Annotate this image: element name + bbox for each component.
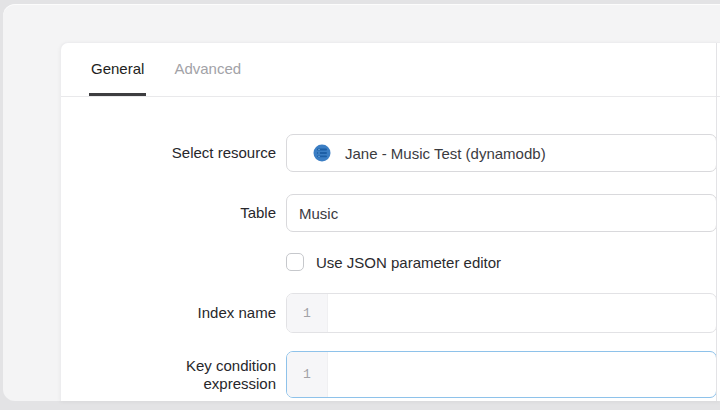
key-condition-expression-row: Key condition expression 1 [61, 351, 720, 398]
table-input-value: Music [299, 205, 338, 222]
card-right-edge-divider [716, 43, 717, 401]
code-editor-content[interactable] [328, 352, 716, 397]
query-editor-card: General Advanced Select resource [60, 42, 720, 401]
form-body: Select resource Jane - Music Test (dynam… [61, 97, 720, 398]
resource-select[interactable]: Jane - Music Test (dynamodb) [286, 134, 717, 172]
line-number-gutter: 1 [287, 352, 328, 397]
resource-select-value: Jane - Music Test (dynamodb) [345, 145, 546, 162]
code-editor-content[interactable] [328, 294, 716, 332]
select-resource-label: Select resource [61, 144, 276, 162]
tab-bar: General Advanced [61, 43, 720, 97]
table-row: Table Music [61, 194, 720, 232]
dynamodb-icon [313, 144, 331, 162]
use-json-parameter-editor-checkbox[interactable] [286, 253, 304, 271]
table-label: Table [61, 204, 276, 222]
table-input[interactable]: Music [286, 194, 717, 232]
index-name-label: Index name [61, 304, 276, 322]
key-condition-expression-label: Key condition expression [61, 357, 276, 393]
index-name-code-editor[interactable]: 1 [286, 293, 717, 333]
index-name-row: Index name 1 [61, 293, 720, 333]
key-condition-expression-code-editor[interactable]: 1 [286, 351, 717, 398]
tab-general[interactable]: General [89, 43, 146, 96]
json-editor-checkbox-row: Use JSON parameter editor [61, 253, 720, 271]
line-number-gutter: 1 [287, 294, 328, 332]
use-json-parameter-editor-label: Use JSON parameter editor [316, 254, 501, 271]
tab-advanced[interactable]: Advanced [172, 43, 243, 96]
select-resource-row: Select resource Jane - Music Test (dynam… [61, 134, 720, 172]
key-condition-expression-label-text: Key condition expression [126, 357, 276, 393]
